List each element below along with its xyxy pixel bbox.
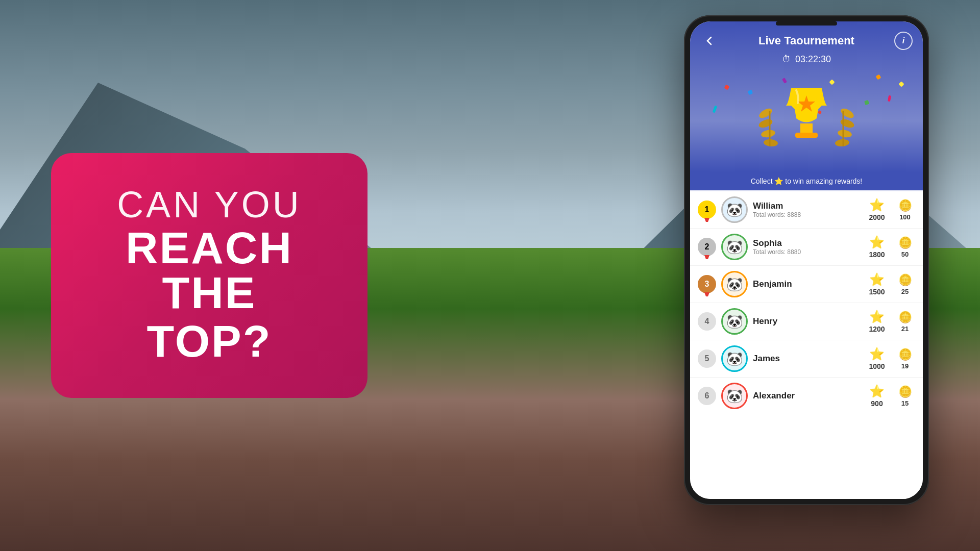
timer-display: 03:22:30: [795, 54, 831, 65]
rank-badge-6: 6: [698, 387, 716, 405]
avatar-2: 🐼: [721, 234, 748, 260]
leaderboard: 1 🐼 William Total words: 8888 ⭐ 2000 🪙 1…: [690, 191, 923, 499]
lb-row-2: 2 🐼 Sophia Total words: 8880 ⭐ 1800 🪙 50: [690, 229, 923, 266]
rank-badge-1: 1: [698, 201, 716, 219]
star-icon-3: ⭐: [869, 272, 885, 287]
player-coins-1: 🪙 100: [895, 199, 915, 221]
info-button[interactable]: i: [894, 32, 913, 50]
trophy-area: [690, 70, 923, 172]
avatar-6: 🐼: [721, 383, 748, 409]
coin-icon-4: 🪙: [898, 311, 912, 324]
confetti: [690, 70, 923, 172]
promo-line1: CAN YOU: [82, 184, 337, 226]
player-info-3: Benjamin: [753, 279, 859, 289]
app-title: Live Taournement: [758, 34, 854, 47]
coin-num-5: 19: [901, 362, 909, 370]
header-top: Live Taournement i: [700, 32, 913, 50]
promo-line2: REACH THE: [82, 226, 337, 315]
player-info-2: Sophia Total words: 8880: [753, 238, 859, 256]
player-score-2: ⭐ 1800: [864, 235, 890, 259]
player-name-2: Sophia: [753, 238, 859, 248]
back-button[interactable]: [700, 32, 719, 50]
star-icon-2: ⭐: [869, 235, 885, 249]
coin-num-6: 15: [901, 399, 909, 407]
score-num-1: 2000: [869, 213, 885, 221]
rank-badge-5: 5: [698, 349, 716, 368]
score-num-2: 1800: [869, 251, 885, 259]
coin-num-2: 50: [901, 251, 909, 258]
phone-notch: [776, 21, 837, 26]
lb-row-1: 1 🐼 William Total words: 8888 ⭐ 2000 🪙 1…: [690, 191, 923, 229]
player-score-3: ⭐ 1500: [864, 272, 890, 296]
player-score-1: ⭐ 2000: [864, 198, 890, 221]
player-info-4: Henry: [753, 316, 859, 327]
player-score-5: ⭐ 1000: [864, 347, 890, 370]
collect-bar: Collect ⭐ to win amazing rewards!: [690, 172, 923, 191]
avatar-1: 🐼: [721, 196, 748, 223]
promo-line3: TOP?: [82, 315, 337, 367]
player-coins-6: 🪙 15: [895, 385, 915, 407]
lb-row-3: 3 🐼 Benjamin ⭐ 1500 🪙 25: [690, 266, 923, 303]
lb-row-4: 4 🐼 Henry ⭐ 1200 🪙 21: [690, 303, 923, 340]
player-coins-5: 🪙 19: [895, 348, 915, 370]
promo-banner: CAN YOU REACH THE TOP?: [51, 153, 368, 398]
coin-icon-3: 🪙: [898, 273, 912, 287]
coin-icon-6: 🪙: [898, 385, 912, 398]
player-info-5: James: [753, 354, 859, 364]
coin-num-1: 100: [899, 213, 911, 221]
avatar-3: 🐼: [721, 271, 748, 297]
star-icon-6: ⭐: [869, 384, 885, 398]
score-num-5: 1000: [869, 362, 885, 370]
rank-badge-4: 4: [698, 312, 716, 331]
rank-badge-3: 3: [698, 275, 716, 293]
player-name-4: Henry: [753, 316, 859, 327]
coin-num-4: 21: [901, 325, 909, 333]
player-info-1: William Total words: 8888: [753, 201, 859, 218]
timer-row: ⏱ 03:22:30: [700, 54, 913, 65]
coin-icon-2: 🪙: [898, 236, 912, 249]
player-name-3: Benjamin: [753, 279, 859, 289]
phone-screen: Live Taournement i ⏱ 03:22:30: [690, 21, 923, 499]
app-header: Live Taournement i ⏱ 03:22:30: [690, 21, 923, 70]
player-coins-3: 🪙 25: [895, 273, 915, 295]
star-icon-5: ⭐: [869, 347, 885, 361]
star-icon-4: ⭐: [869, 310, 885, 324]
phone-mockup: Live Taournement i ⏱ 03:22:30: [684, 15, 929, 505]
player-coins-2: 🪙 50: [895, 236, 915, 258]
player-coins-4: 🪙 21: [895, 311, 915, 333]
player-score-4: ⭐ 1200: [864, 310, 890, 333]
player-name-5: James: [753, 354, 859, 364]
score-num-6: 900: [871, 399, 883, 408]
rank-badge-2: 2: [698, 238, 716, 256]
star-icon-1: ⭐: [869, 198, 885, 212]
avatar-4: 🐼: [721, 308, 748, 335]
player-words-1: Total words: 8888: [753, 211, 859, 218]
coin-num-3: 25: [901, 288, 909, 295]
lb-row-6: 6 🐼 Alexander ⭐ 900 🪙 15: [690, 378, 923, 414]
score-num-4: 1200: [869, 325, 885, 333]
avatar-5: 🐼: [721, 345, 748, 372]
player-name-1: William: [753, 201, 859, 211]
player-name-6: Alexander: [753, 391, 859, 401]
coin-icon-1: 🪙: [898, 199, 912, 212]
player-words-2: Total words: 8880: [753, 248, 859, 256]
collect-text: Collect ⭐ to win amazing rewards!: [751, 177, 863, 185]
player-info-6: Alexander: [753, 391, 859, 401]
lb-row-5: 5 🐼 James ⭐ 1000 🪙 19: [690, 340, 923, 378]
timer-icon: ⏱: [782, 54, 791, 65]
coin-icon-5: 🪙: [898, 348, 912, 361]
score-num-3: 1500: [869, 288, 885, 296]
player-score-6: ⭐ 900: [864, 384, 890, 408]
